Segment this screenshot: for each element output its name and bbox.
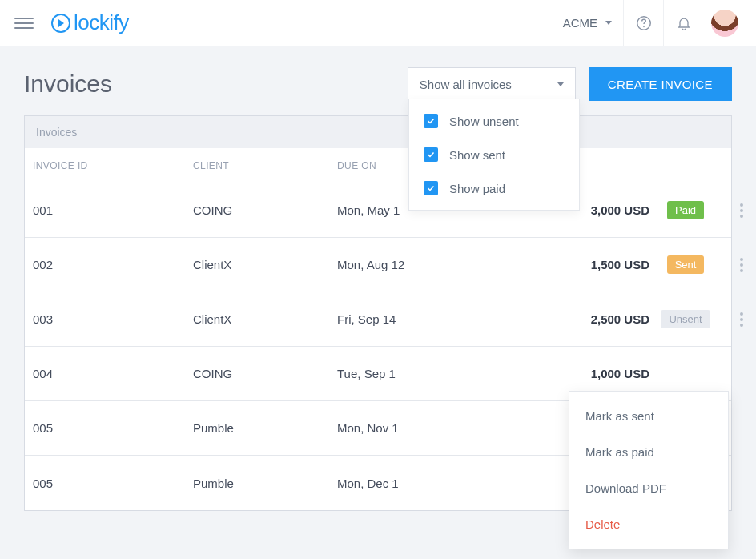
cell-amount: 1,000 USD — [521, 367, 649, 380]
cell-invoice-id: 001 — [33, 203, 193, 217]
cell-amount: 2,500 USD — [521, 312, 649, 326]
cell-invoice-id: 004 — [33, 367, 193, 380]
cell-status: Unsent — [649, 310, 722, 328]
filter-option[interactable]: Show paid — [409, 171, 579, 205]
org-name: ACME — [563, 16, 597, 30]
cell-client: ClientX — [193, 312, 337, 326]
filter-option-label: Show paid — [449, 182, 505, 195]
filter-option[interactable]: Show unsent — [409, 104, 579, 138]
topbar: lockify ACME — [0, 0, 756, 46]
cell-client: Pumble — [193, 421, 337, 435]
chevron-down-icon — [605, 21, 612, 25]
table-row[interactable]: 003ClientXFri, Sep 142,500 USDUnsent — [25, 292, 731, 347]
cell-due-on: Fri, Sep 14 — [337, 312, 521, 326]
cell-invoice-id: 003 — [33, 312, 193, 326]
notifications-button[interactable] — [663, 0, 703, 46]
help-button[interactable] — [623, 0, 663, 46]
cell-client: COING — [193, 367, 337, 380]
cell-invoice-id: 005 — [33, 421, 193, 435]
status-badge: Unsent — [661, 310, 710, 328]
menu-toggle-button[interactable] — [14, 14, 34, 32]
cell-due-on: Mon, Dec 1 — [337, 477, 521, 490]
create-invoice-label: CREATE INVOICE — [608, 78, 713, 91]
row-actions-button[interactable] — [735, 199, 748, 223]
row-actions-menu: Mark as sentMark as paidDownload PDFDele… — [569, 391, 729, 549]
row-menu-item[interactable]: Delete — [569, 506, 728, 542]
checkbox-checked-icon — [424, 147, 438, 162]
svg-point-1 — [643, 26, 645, 27]
filter-option-label: Show sent — [449, 148, 505, 162]
cell-client: Pumble — [193, 477, 337, 490]
org-switcher[interactable]: ACME — [552, 16, 623, 30]
invoice-filter-select[interactable]: Show all invoices — [408, 67, 576, 101]
cell-client: COING — [193, 203, 337, 217]
cell-client: ClientX — [193, 258, 337, 271]
help-icon — [635, 14, 653, 32]
checkbox-checked-icon — [424, 181, 438, 195]
logo-mark-icon — [51, 14, 70, 33]
checkbox-checked-icon — [424, 114, 438, 128]
table-row[interactable]: 001COINGMon, May 13,000 USDPaid — [25, 183, 731, 238]
col-client: CLIENT — [193, 160, 337, 171]
cell-actions — [722, 199, 756, 223]
cell-due-on: Mon, Aug 12 — [337, 258, 521, 271]
cell-due-on: Tue, Sep 1 — [337, 367, 521, 380]
avatar[interactable] — [711, 10, 738, 37]
row-menu-item[interactable]: Mark as paid — [569, 434, 728, 470]
row-actions-button[interactable] — [735, 253, 748, 277]
filter-option[interactable]: Show sent — [409, 138, 579, 171]
cell-due-on: Mon, Nov 1 — [337, 421, 521, 435]
table-header-row: INVOICE ID CLIENT DUE ON — [25, 148, 731, 183]
filter-selected-label: Show all invoices — [420, 78, 512, 91]
cell-invoice-id: 005 — [33, 477, 193, 490]
table-row[interactable]: 002ClientXMon, Aug 121,500 USDSent — [25, 238, 731, 292]
col-invoice-id: INVOICE ID — [33, 160, 193, 171]
row-menu-item[interactable]: Download PDF — [569, 470, 728, 506]
bell-icon — [676, 15, 692, 31]
logo[interactable]: lockify — [51, 10, 129, 35]
status-badge: Sent — [667, 255, 705, 274]
cell-status: Sent — [649, 255, 722, 274]
chevron-down-icon — [557, 82, 564, 86]
page-title: Invoices — [24, 70, 112, 98]
logo-text: lockify — [74, 10, 129, 35]
table-caption: Invoices — [25, 116, 731, 148]
create-invoice-button[interactable]: CREATE INVOICE — [589, 67, 732, 101]
cell-invoice-id: 002 — [33, 258, 193, 271]
status-badge: Paid — [667, 201, 704, 219]
invoice-filter-dropdown: Show unsentShow sentShow paid — [408, 99, 580, 211]
cell-actions — [722, 308, 756, 332]
row-actions-button[interactable] — [735, 308, 748, 332]
cell-status: Paid — [649, 201, 722, 219]
row-menu-item[interactable]: Mark as sent — [569, 398, 728, 434]
cell-amount: 1,500 USD — [521, 258, 649, 271]
filter-option-label: Show unsent — [449, 115, 519, 128]
cell-actions — [722, 253, 756, 277]
page-header: Invoices Show all invoices CREATE INVOIC… — [0, 46, 756, 115]
